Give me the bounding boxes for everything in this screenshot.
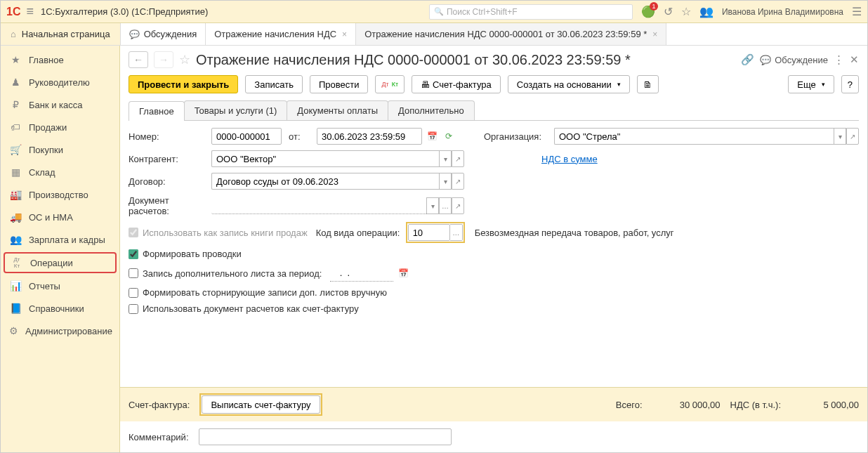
- form-entries-checkbox[interactable]: Формировать проводки: [129, 249, 242, 259]
- sidebar-item-bank[interactable]: ₽Банк и касса: [1, 93, 119, 116]
- discuss-icon: 💬: [760, 55, 771, 65]
- sidebar-item-production[interactable]: 🏭Производство: [1, 183, 119, 206]
- invoice-button[interactable]: 🖶Счет-фактура: [412, 75, 501, 93]
- create-based-label: Создать на основании: [517, 79, 612, 90]
- sidebar-item-reports[interactable]: 📊Отчеты: [1, 275, 119, 297]
- sidebar-item-refs[interactable]: 📘Справочники: [1, 297, 119, 320]
- open-icon[interactable]: ↗: [452, 197, 464, 214]
- close-icon[interactable]: ×: [652, 29, 657, 39]
- use-settle-invoice-checkbox[interactable]: Использовать документ расчетов как счет-…: [129, 303, 359, 314]
- opcode-input[interactable]: [408, 224, 450, 241]
- close-icon[interactable]: ×: [342, 29, 347, 39]
- sidebar-item-stock[interactable]: ▦Склад: [1, 161, 119, 183]
- contr-input[interactable]: [211, 150, 439, 167]
- logo-1c: 1С: [6, 6, 20, 18]
- nds-mode-link[interactable]: НДС в сумме: [541, 154, 598, 164]
- form-body: Номер: от: 📅 ⟳ Организация: ▾ ↗ Контраге…: [120, 121, 867, 387]
- user-icon[interactable]: 👥: [699, 5, 714, 18]
- tab-discussions[interactable]: 💬 Обсуждения: [121, 23, 206, 45]
- ellipsis-icon[interactable]: …: [450, 224, 463, 241]
- footer-comment: Комментарий:: [120, 421, 867, 452]
- contract-input[interactable]: [211, 173, 439, 190]
- dropdown-icon[interactable]: ▾: [426, 197, 439, 214]
- more-button[interactable]: Еще▾: [788, 75, 834, 93]
- hamburger-icon[interactable]: ≡: [26, 4, 34, 19]
- sidebar-item-label: Склад: [29, 167, 55, 178]
- storno-checkbox[interactable]: Формировать сторнирующие записи доп. лис…: [129, 287, 387, 298]
- refresh-icon[interactable]: ⟳: [442, 131, 456, 141]
- checkbox[interactable]: [129, 304, 138, 314]
- tabs-row: ⌂ Начальная страница 💬 Обсуждения Отраже…: [1, 23, 867, 46]
- open-icon[interactable]: ↗: [452, 150, 464, 167]
- open-icon[interactable]: ↗: [846, 128, 859, 145]
- sidebar-item-main[interactable]: ★Главное: [1, 48, 119, 71]
- sidebar-item-sales[interactable]: 🏷Продажи: [1, 116, 119, 138]
- write-invoice-button[interactable]: Выписать счет-фактуру: [202, 395, 320, 414]
- dtkt-icon: Дт Кт: [11, 256, 23, 269]
- sidebar-item-label: Банк и касса: [29, 100, 83, 110]
- form-tab-extra[interactable]: Дополнительно: [388, 100, 475, 120]
- sidebar-item-admin[interactable]: ⚙Администрирование: [1, 320, 119, 342]
- sidebar-item-label: Руководителю: [29, 77, 90, 88]
- ellipsis-icon[interactable]: …: [439, 197, 452, 214]
- calendar-icon[interactable]: 📅: [425, 131, 439, 141]
- toolbar: Провести и закрыть Записать Провести ДтК…: [120, 74, 867, 100]
- tab-nds-doc[interactable]: Отражение начисления НДС 0000-000001 от …: [356, 23, 666, 45]
- nds-label: НДС (в т.ч.):: [730, 400, 782, 410]
- dropdown-icon[interactable]: ▾: [439, 150, 452, 167]
- notifications-icon[interactable]: 🟢1: [641, 5, 655, 18]
- sidebar-item-operations[interactable]: Дт КтОперации: [4, 252, 117, 273]
- checkbox-label: Формировать сторнирующие записи доп. лис…: [143, 287, 387, 298]
- notifications-badge: 1: [650, 2, 658, 11]
- tab-nds-list[interactable]: Отражение начисления НДС ×: [206, 23, 356, 45]
- date-input[interactable]: [317, 128, 422, 145]
- contr-label: Контрагент:: [129, 154, 211, 164]
- comment-input[interactable]: [199, 428, 452, 445]
- sidebar-item-manager[interactable]: ♟Руководителю: [1, 71, 119, 93]
- attach-button[interactable]: 🗎: [637, 75, 659, 93]
- org-label: Организация:: [484, 131, 554, 142]
- tab-home-label: Начальная страница: [22, 29, 110, 39]
- nav-back-button[interactable]: ←: [129, 51, 148, 68]
- form-tab-main[interactable]: Главное: [129, 101, 185, 121]
- link-icon[interactable]: 🔗: [741, 53, 754, 66]
- discuss-button[interactable]: 💬Обсуждение: [760, 55, 828, 65]
- settings-icon[interactable]: ☰: [852, 5, 862, 18]
- form-tab-goods[interactable]: Товары и услуги (1): [184, 100, 288, 120]
- calendar-icon[interactable]: 📅: [396, 268, 410, 278]
- post-button[interactable]: Провести: [310, 75, 369, 93]
- global-search[interactable]: Поиск Ctrl+Shift+F: [429, 4, 633, 20]
- dropdown-icon[interactable]: ▾: [439, 173, 452, 190]
- extra-date-input[interactable]: [330, 265, 393, 282]
- number-input[interactable]: [211, 128, 282, 145]
- checkbox[interactable]: [129, 288, 138, 298]
- checkbox[interactable]: [129, 268, 138, 278]
- create-based-button[interactable]: Создать на основании▾: [508, 75, 630, 93]
- post-and-close-button[interactable]: Провести и закрыть: [129, 75, 238, 93]
- extra-sheet-checkbox[interactable]: Запись дополнительного листа за период:: [129, 268, 322, 279]
- org-input[interactable]: [554, 128, 834, 145]
- sidebar-item-label: Операции: [30, 258, 73, 268]
- people-icon: 👥: [9, 234, 22, 245]
- more-icon[interactable]: ⋮: [834, 53, 844, 66]
- nav-forward-button[interactable]: →: [154, 51, 173, 68]
- tab-home[interactable]: ⌂ Начальная страница: [1, 23, 121, 45]
- invoice-label: Счет-фактура:: [129, 400, 190, 410]
- save-button[interactable]: Записать: [245, 75, 303, 93]
- checkbox[interactable]: [129, 249, 138, 259]
- open-icon[interactable]: ↗: [452, 173, 464, 190]
- sidebar-item-purchases[interactable]: 🛒Покупки: [1, 138, 119, 161]
- user-name[interactable]: Иванова Ирина Владимировна: [722, 7, 843, 17]
- form-tab-payments[interactable]: Документы оплаты: [287, 100, 388, 120]
- sidebar-item-salary[interactable]: 👥Зарплата и кадры: [1, 228, 119, 251]
- settle-input[interactable]: [211, 197, 426, 214]
- close-doc-icon[interactable]: ✕: [850, 53, 859, 66]
- dropdown-icon[interactable]: ▾: [834, 128, 846, 145]
- dtkt-button[interactable]: ДтКт: [375, 75, 405, 93]
- favorite-star-icon[interactable]: ☆: [179, 52, 190, 67]
- favorites-icon[interactable]: ☆: [681, 5, 691, 18]
- sidebar-item-assets[interactable]: 🚚ОС и НМА: [1, 206, 119, 228]
- sidebar-item-label: Производство: [29, 190, 88, 200]
- history-icon[interactable]: ↺: [664, 5, 673, 18]
- help-button[interactable]: ?: [841, 75, 859, 93]
